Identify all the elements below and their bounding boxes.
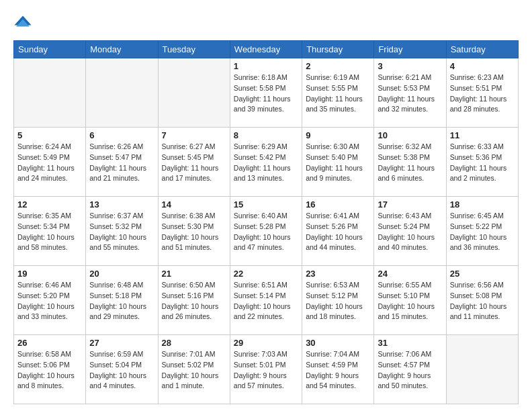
weekday-header-monday: Monday (86, 41, 158, 58)
day-info: Sunrise: 6:21 AMSunset: 5:53 PMDaylight:… (378, 73, 442, 115)
week-row-3: 12Sunrise: 6:35 AMSunset: 5:34 PMDayligh… (14, 197, 519, 266)
week-row-5: 26Sunrise: 6:58 AMSunset: 5:06 PMDayligh… (14, 335, 519, 404)
calendar-cell (14, 58, 86, 128)
day-number: 21 (162, 269, 226, 279)
day-number: 1 (234, 61, 298, 71)
day-number: 31 (378, 338, 442, 348)
day-number: 2 (306, 61, 370, 71)
day-info: Sunrise: 6:19 AMSunset: 5:55 PMDaylight:… (306, 73, 370, 115)
day-number: 20 (89, 269, 154, 279)
day-number: 22 (234, 269, 298, 279)
day-number: 11 (450, 130, 515, 140)
day-number: 13 (89, 199, 154, 210)
day-info: Sunrise: 6:35 AMSunset: 5:34 PMDaylight:… (17, 211, 82, 253)
day-info: Sunrise: 7:01 AMSunset: 5:02 PMDaylight:… (162, 349, 226, 392)
calendar-cell: 17Sunrise: 6:43 AMSunset: 5:24 PMDayligh… (374, 197, 446, 266)
calendar-cell: 20Sunrise: 6:48 AMSunset: 5:18 PMDayligh… (86, 266, 158, 335)
weekday-header-friday: Friday (374, 41, 446, 58)
day-info: Sunrise: 6:18 AMSunset: 5:58 PMDaylight:… (234, 73, 298, 115)
day-info: Sunrise: 6:55 AMSunset: 5:10 PMDaylight:… (378, 280, 442, 322)
calendar-cell: 5Sunrise: 6:24 AMSunset: 5:49 PMDaylight… (14, 128, 86, 197)
header (13, 13, 519, 32)
day-number: 27 (89, 338, 154, 348)
calendar-cell (446, 335, 518, 404)
calendar-cell: 3Sunrise: 6:21 AMSunset: 5:53 PMDaylight… (374, 58, 446, 128)
day-number: 9 (306, 130, 370, 140)
day-info: Sunrise: 6:51 AMSunset: 5:14 PMDaylight:… (234, 280, 298, 322)
day-info: Sunrise: 7:03 AMSunset: 5:01 PMDaylight:… (234, 349, 298, 392)
day-info: Sunrise: 6:50 AMSunset: 5:16 PMDaylight:… (162, 280, 226, 322)
calendar-table: SundayMondayTuesdayWednesdayThursdayFrid… (13, 40, 519, 404)
day-info: Sunrise: 7:04 AMSunset: 4:59 PMDaylight:… (306, 349, 370, 392)
calendar-cell: 11Sunrise: 6:33 AMSunset: 5:36 PMDayligh… (446, 128, 518, 197)
day-info: Sunrise: 6:58 AMSunset: 5:06 PMDaylight:… (17, 349, 82, 392)
week-row-2: 5Sunrise: 6:24 AMSunset: 5:49 PMDaylight… (14, 128, 519, 197)
calendar-cell: 29Sunrise: 7:03 AMSunset: 5:01 PMDayligh… (230, 335, 302, 404)
calendar-cell: 15Sunrise: 6:40 AMSunset: 5:28 PMDayligh… (230, 197, 302, 266)
logo (13, 13, 35, 32)
day-info: Sunrise: 6:41 AMSunset: 5:26 PMDaylight:… (306, 211, 370, 253)
calendar-cell: 14Sunrise: 6:38 AMSunset: 5:30 PMDayligh… (158, 197, 230, 266)
weekday-header-thursday: Thursday (302, 41, 374, 58)
calendar-cell: 6Sunrise: 6:26 AMSunset: 5:47 PMDaylight… (86, 128, 158, 197)
day-info: Sunrise: 6:38 AMSunset: 5:30 PMDaylight:… (162, 211, 226, 253)
day-info: Sunrise: 6:53 AMSunset: 5:12 PMDaylight:… (306, 280, 370, 322)
day-info: Sunrise: 6:56 AMSunset: 5:08 PMDaylight:… (450, 280, 515, 322)
day-number: 6 (89, 130, 154, 140)
day-number: 23 (306, 269, 370, 279)
day-info: Sunrise: 7:06 AMSunset: 4:57 PMDaylight:… (378, 349, 442, 392)
calendar-cell: 1Sunrise: 6:18 AMSunset: 5:58 PMDaylight… (230, 58, 302, 128)
calendar-cell (158, 58, 230, 128)
day-number: 3 (378, 61, 442, 71)
calendar-cell: 21Sunrise: 6:50 AMSunset: 5:16 PMDayligh… (158, 266, 230, 335)
day-number: 10 (378, 130, 442, 140)
day-number: 12 (17, 199, 82, 210)
calendar-cell: 16Sunrise: 6:41 AMSunset: 5:26 PMDayligh… (302, 197, 374, 266)
week-row-1: 1Sunrise: 6:18 AMSunset: 5:58 PMDaylight… (14, 58, 519, 128)
calendar-cell: 10Sunrise: 6:32 AMSunset: 5:38 PMDayligh… (374, 128, 446, 197)
day-info: Sunrise: 6:32 AMSunset: 5:38 PMDaylight:… (378, 142, 442, 184)
calendar-cell: 12Sunrise: 6:35 AMSunset: 5:34 PMDayligh… (14, 197, 86, 266)
day-number: 26 (17, 338, 82, 348)
day-info: Sunrise: 6:59 AMSunset: 5:04 PMDaylight:… (89, 349, 154, 392)
day-info: Sunrise: 6:26 AMSunset: 5:47 PMDaylight:… (89, 142, 154, 184)
day-info: Sunrise: 6:43 AMSunset: 5:24 PMDaylight:… (378, 211, 442, 253)
day-info: Sunrise: 6:40 AMSunset: 5:28 PMDaylight:… (234, 211, 298, 253)
calendar-cell: 28Sunrise: 7:01 AMSunset: 5:02 PMDayligh… (158, 335, 230, 404)
weekday-header-tuesday: Tuesday (158, 41, 230, 58)
day-info: Sunrise: 6:24 AMSunset: 5:49 PMDaylight:… (17, 142, 82, 184)
weekday-header-row: SundayMondayTuesdayWednesdayThursdayFrid… (14, 41, 519, 58)
calendar-cell: 24Sunrise: 6:55 AMSunset: 5:10 PMDayligh… (374, 266, 446, 335)
day-info: Sunrise: 6:27 AMSunset: 5:45 PMDaylight:… (162, 142, 226, 184)
day-number: 28 (162, 338, 226, 348)
day-number: 14 (162, 199, 226, 210)
calendar-cell: 9Sunrise: 6:30 AMSunset: 5:40 PMDaylight… (302, 128, 374, 197)
calendar-cell: 7Sunrise: 6:27 AMSunset: 5:45 PMDaylight… (158, 128, 230, 197)
day-number: 7 (162, 130, 226, 140)
day-number: 19 (17, 269, 82, 279)
day-number: 16 (306, 199, 370, 210)
day-number: 17 (378, 199, 442, 210)
page: SundayMondayTuesdayWednesdayThursdayFrid… (0, 0, 532, 411)
week-row-4: 19Sunrise: 6:46 AMSunset: 5:20 PMDayligh… (14, 266, 519, 335)
calendar-cell: 25Sunrise: 6:56 AMSunset: 5:08 PMDayligh… (446, 266, 518, 335)
calendar-cell: 8Sunrise: 6:29 AMSunset: 5:42 PMDaylight… (230, 128, 302, 197)
day-info: Sunrise: 6:48 AMSunset: 5:18 PMDaylight:… (89, 280, 154, 322)
day-info: Sunrise: 6:33 AMSunset: 5:36 PMDaylight:… (450, 142, 515, 184)
calendar-cell: 22Sunrise: 6:51 AMSunset: 5:14 PMDayligh… (230, 266, 302, 335)
calendar-cell: 19Sunrise: 6:46 AMSunset: 5:20 PMDayligh… (14, 266, 86, 335)
weekday-header-wednesday: Wednesday (230, 41, 302, 58)
day-info: Sunrise: 6:23 AMSunset: 5:51 PMDaylight:… (450, 73, 515, 115)
day-info: Sunrise: 6:45 AMSunset: 5:22 PMDaylight:… (450, 211, 515, 253)
day-number: 5 (17, 130, 82, 140)
day-info: Sunrise: 6:30 AMSunset: 5:40 PMDaylight:… (306, 142, 370, 184)
calendar-cell: 23Sunrise: 6:53 AMSunset: 5:12 PMDayligh… (302, 266, 374, 335)
day-number: 24 (378, 269, 442, 279)
calendar-cell: 26Sunrise: 6:58 AMSunset: 5:06 PMDayligh… (14, 335, 86, 404)
day-info: Sunrise: 6:29 AMSunset: 5:42 PMDaylight:… (234, 142, 298, 184)
day-number: 18 (450, 199, 515, 210)
day-number: 4 (450, 61, 515, 71)
calendar-cell: 13Sunrise: 6:37 AMSunset: 5:32 PMDayligh… (86, 197, 158, 266)
day-info: Sunrise: 6:46 AMSunset: 5:20 PMDaylight:… (17, 280, 82, 322)
day-number: 15 (234, 199, 298, 210)
